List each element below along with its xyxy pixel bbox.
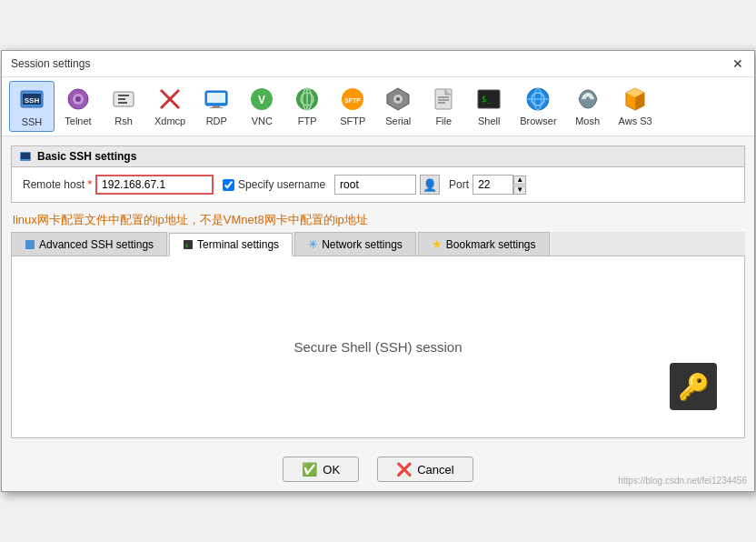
remote-host-group: Remote host * <box>23 175 214 195</box>
tab-bookmark-label: Bookmark settings <box>446 238 536 251</box>
svg-rect-41 <box>25 240 35 249</box>
cancel-icon: ❌ <box>396 462 412 477</box>
file-icon <box>429 85 458 114</box>
serial-icon <box>383 85 413 114</box>
toolbar-item-vnc[interactable]: V VNC <box>240 81 284 132</box>
key-icon: 🔑 <box>678 372 710 402</box>
shell-icon: $_ <box>474 85 503 114</box>
username-group: 👤 <box>334 175 440 195</box>
basic-ssh-section: Basic SSH settings Remote host * Specify… <box>11 146 745 203</box>
ftp-icon <box>293 85 322 114</box>
ok-button[interactable]: ✅ OK <box>283 457 359 482</box>
user-lookup-button[interactable]: 👤 <box>420 175 440 195</box>
ssh-icon: SSH <box>17 85 46 115</box>
ssh-section-icon <box>19 150 32 163</box>
toolbar-item-sftp[interactable]: SFTP SFTP <box>331 81 374 132</box>
cancel-label: Cancel <box>417 463 453 477</box>
telnet-label: Telnet <box>65 115 91 126</box>
tab-terminal-label: Terminal settings <box>197 238 279 251</box>
svg-point-5 <box>75 96 81 102</box>
svg-text:$: $ <box>185 243 188 248</box>
toolbar-item-browser[interactable]: Browser <box>512 81 563 132</box>
basic-ssh-title: Basic SSH settings <box>37 150 136 163</box>
svg-rect-14 <box>213 105 220 107</box>
username-input[interactable] <box>334 175 416 195</box>
toolbar-item-rdp[interactable]: RDP <box>194 81 238 132</box>
toolbar-item-telnet[interactable]: Telnet <box>56 81 100 132</box>
file-label: File <box>435 115 452 126</box>
tab-content-area: Secure Shell (SSH) session 🔑 <box>11 256 745 438</box>
rdp-label: RDP <box>206 115 227 126</box>
basic-ssh-body: Remote host * Specify username 👤 Port <box>12 167 744 202</box>
sftp-icon: SFTP <box>338 85 367 114</box>
toolbar-item-awss3[interactable]: Aws S3 <box>612 81 660 132</box>
toolbar-item-xdmcp[interactable]: Xdmcp <box>147 81 193 132</box>
tab-network[interactable]: ✳ Network settings <box>294 232 416 256</box>
mosh-label: Mosh <box>575 115 600 126</box>
required-star: * <box>87 178 92 191</box>
tabs-container: Advanced SSH settings $ Terminal setting… <box>11 232 745 438</box>
port-decrement-button[interactable]: ▼ <box>513 186 526 195</box>
ok-icon: ✅ <box>302 462 317 477</box>
svg-text:SSH: SSH <box>25 96 40 105</box>
serial-label: Serial <box>385 115 411 126</box>
rdp-icon <box>202 85 231 114</box>
tab-advanced-ssh-label: Advanced SSH settings <box>39 238 154 251</box>
sftp-label: SFTP <box>340 115 365 126</box>
toolbar-item-file[interactable]: File <box>422 81 465 132</box>
svg-rect-15 <box>210 107 223 108</box>
rsh-label: Rsh <box>114 115 133 126</box>
terminal-tab-icon: $ <box>183 239 194 250</box>
toolbar-item-serial[interactable]: Serial <box>376 81 420 132</box>
ssh-label: SSH <box>22 116 43 127</box>
tab-advanced-ssh[interactable]: Advanced SSH settings <box>11 232 167 256</box>
session-dialog: Session settings ✕ SSH SSH <box>1 50 755 492</box>
port-label: Port <box>449 178 469 191</box>
svg-text:$_: $_ <box>482 95 492 104</box>
awss3-icon <box>621 85 650 114</box>
basic-ssh-header: Basic SSH settings <box>12 146 744 167</box>
awss3-label: Aws S3 <box>619 115 652 126</box>
xdmcp-label: Xdmcp <box>154 115 185 126</box>
shell-label: Shell <box>478 115 500 126</box>
dialog-title: Session settings <box>11 57 90 70</box>
port-group: Port ▲ ▼ <box>449 175 526 195</box>
bookmark-tab-icon: ★ <box>432 237 443 251</box>
toolbar-item-ssh[interactable]: SSH SSH <box>9 81 55 132</box>
tab-bookmark[interactable]: ★ Bookmark settings <box>418 232 550 256</box>
vnc-icon: V <box>247 85 276 114</box>
toolbar-item-shell[interactable]: $_ Shell <box>467 81 511 132</box>
toolbar-item-mosh[interactable]: Mosh <box>566 81 610 132</box>
svg-point-25 <box>396 97 400 101</box>
specify-username-label: Specify username <box>238 178 325 191</box>
tab-terminal[interactable]: $ Terminal settings <box>169 233 293 256</box>
close-button[interactable]: ✕ <box>731 56 745 71</box>
cancel-button[interactable]: ❌ Cancel <box>377 457 472 482</box>
vnc-label: VNC <box>252 115 273 126</box>
svg-text:SFTP: SFTP <box>344 97 361 104</box>
info-text: linux网卡配置文件中配置的ip地址，不是VMnet8网卡中配置的ip地址 <box>11 208 745 232</box>
ok-label: OK <box>323 463 340 477</box>
watermark: https://blog.csdn.net/fei1234456 <box>618 476 747 486</box>
remote-host-input[interactable] <box>95 175 214 195</box>
session-description: Secure Shell (SSH) session <box>293 339 462 355</box>
svg-rect-13 <box>207 93 225 103</box>
port-input[interactable] <box>472 175 513 195</box>
telnet-icon <box>64 85 93 114</box>
svg-rect-26 <box>435 89 452 109</box>
specify-username-checkbox[interactable] <box>223 179 234 191</box>
mosh-icon <box>573 85 602 114</box>
rsh-icon <box>109 85 138 114</box>
port-spinner: ▲ ▼ <box>513 176 526 195</box>
tab-network-label: Network settings <box>322 238 403 251</box>
toolbar-item-ftp[interactable]: FTP <box>285 81 329 132</box>
toolbar-item-rsh[interactable]: Rsh <box>102 81 145 132</box>
advanced-ssh-tab-icon <box>25 239 35 250</box>
toolbar: SSH SSH Telnet <box>2 77 754 136</box>
port-increment-button[interactable]: ▲ <box>513 176 526 185</box>
content-area: Basic SSH settings Remote host * Specify… <box>2 136 754 447</box>
tabs-bar: Advanced SSH settings $ Terminal setting… <box>11 232 745 256</box>
svg-rect-40 <box>21 153 30 159</box>
browser-icon <box>523 85 552 114</box>
key-icon-box: 🔑 <box>670 363 717 410</box>
